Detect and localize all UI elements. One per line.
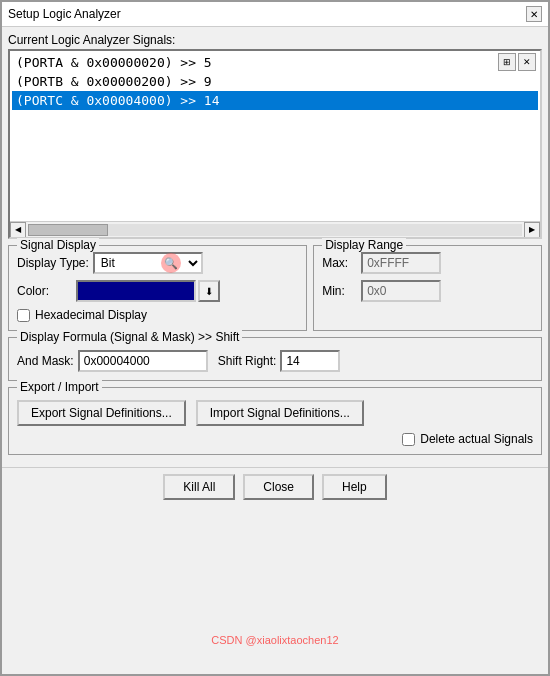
color-preview[interactable]: [76, 280, 196, 302]
scroll-track[interactable]: [28, 224, 522, 236]
min-label: Min:: [322, 284, 357, 298]
color-label: Color:: [17, 284, 72, 298]
display-range-title: Display Range: [322, 238, 406, 252]
signals-toolbar: ⊞ ✕: [498, 53, 536, 71]
color-row: Color: ⬇: [17, 280, 298, 302]
max-label: Max:: [322, 256, 357, 270]
export-signal-button[interactable]: Export Signal Definitions...: [17, 400, 186, 426]
display-type-label: Display Type:: [17, 256, 89, 270]
export-import-buttons: Export Signal Definitions... Import Sign…: [17, 400, 533, 426]
shift-right-input[interactable]: [280, 350, 340, 372]
signals-list-container: ⊞ ✕ (PORTA & 0x00000020) >> 5 (PORTB & 0…: [8, 49, 542, 239]
hexadecimal-checkbox[interactable]: [17, 309, 30, 322]
signal-display-title: Signal Display: [17, 238, 99, 252]
kill-all-button[interactable]: Kill All: [163, 474, 235, 500]
and-mask-input[interactable]: [78, 350, 208, 372]
signals-close-icon[interactable]: ✕: [518, 53, 536, 71]
export-import-section: Export / Import Export Signal Definition…: [8, 387, 542, 455]
and-mask-label: And Mask:: [17, 354, 74, 368]
help-button[interactable]: Help: [322, 474, 387, 500]
hexadecimal-label: Hexadecimal Display: [35, 308, 147, 322]
color-box-container: ⬇: [76, 280, 220, 302]
and-mask-group: And Mask:: [17, 350, 208, 372]
watermark: CSDN @xiaolixtaochen12: [211, 634, 338, 646]
max-input[interactable]: [361, 252, 441, 274]
display-range-group: Display Range Max: Min:: [313, 245, 542, 331]
min-input[interactable]: [361, 280, 441, 302]
shift-right-label: Shift Right:: [218, 354, 277, 368]
min-row: Min:: [322, 280, 533, 302]
signals-section: Current Logic Analyzer Signals: ⊞ ✕ (POR…: [8, 33, 542, 239]
delete-signals-checkbox[interactable]: [402, 433, 415, 446]
close-button[interactable]: ✕: [526, 6, 542, 22]
window-title: Setup Logic Analyzer: [8, 7, 121, 21]
signals-grid-icon[interactable]: ⊞: [498, 53, 516, 71]
scroll-thumb[interactable]: [28, 224, 108, 236]
main-window: Setup Logic Analyzer ✕ Current Logic Ana…: [0, 0, 550, 676]
panels-row: Signal Display Display Type: Bit Hex Dec…: [8, 245, 542, 331]
export-import-title: Export / Import: [17, 380, 102, 394]
signals-list: (PORTA & 0x00000020) >> 5 (PORTB & 0x000…: [10, 51, 540, 112]
signal-item-0[interactable]: (PORTA & 0x00000020) >> 5: [12, 53, 538, 72]
scroll-left-button[interactable]: ◀: [10, 222, 26, 238]
formula-row: And Mask: Shift Right:: [17, 350, 533, 372]
formula-section: Display Formula (Signal & Mask) >> Shift…: [8, 337, 542, 381]
signal-item-1[interactable]: (PORTB & 0x00000200) >> 9: [12, 72, 538, 91]
close-button-footer[interactable]: Close: [243, 474, 314, 500]
import-signal-button[interactable]: Import Signal Definitions...: [196, 400, 364, 426]
signals-label: Current Logic Analyzer Signals:: [8, 33, 542, 47]
formula-title: Display Formula (Signal & Mask) >> Shift: [17, 330, 242, 344]
display-type-select[interactable]: Bit Hex Dec Binary: [93, 252, 203, 274]
scroll-right-button[interactable]: ▶: [524, 222, 540, 238]
hexadecimal-row: Hexadecimal Display: [17, 308, 298, 322]
shift-right-group: Shift Right:: [218, 350, 341, 372]
delete-row: Delete actual Signals: [17, 432, 533, 446]
signal-item-2[interactable]: (PORTC & 0x00004000) >> 14: [12, 91, 538, 110]
footer: Kill All Close Help: [2, 467, 548, 506]
max-row: Max:: [322, 252, 533, 274]
signal-display-group: Signal Display Display Type: Bit Hex Dec…: [8, 245, 307, 331]
main-content: Current Logic Analyzer Signals: ⊞ ✕ (POR…: [2, 27, 548, 467]
formula-group: Display Formula (Signal & Mask) >> Shift…: [8, 337, 542, 381]
delete-signals-label: Delete actual Signals: [420, 432, 533, 446]
color-picker-button[interactable]: ⬇: [198, 280, 220, 302]
title-bar-controls: ✕: [526, 6, 542, 22]
title-bar: Setup Logic Analyzer ✕: [2, 2, 548, 27]
display-type-combo-container: Bit Hex Dec Binary 🔍: [93, 252, 203, 274]
display-type-row: Display Type: Bit Hex Dec Binary 🔍: [17, 252, 298, 274]
horizontal-scrollbar: ◀ ▶: [10, 221, 540, 237]
export-import-group: Export / Import Export Signal Definition…: [8, 387, 542, 455]
